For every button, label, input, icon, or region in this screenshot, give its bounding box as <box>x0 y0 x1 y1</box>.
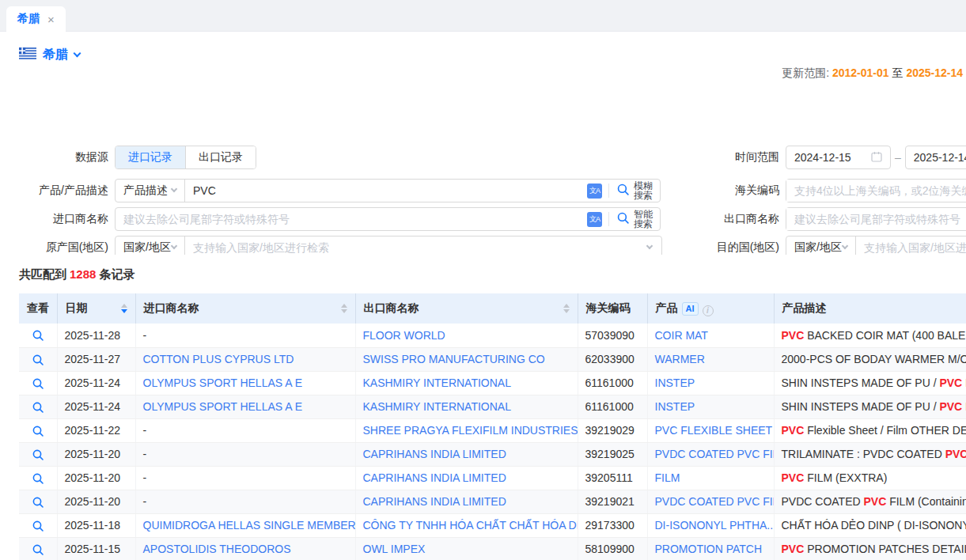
import-records-button[interactable]: 进口记录 <box>116 146 185 168</box>
cell-description: SHIN INSTEPS MADE OF PU / PVC M... <box>774 371 966 395</box>
translate-icon[interactable]: 文A <box>587 212 602 227</box>
view-record-button[interactable] <box>32 329 44 342</box>
product-search-input[interactable] <box>185 180 587 202</box>
data-source-label: 数据源 <box>0 150 108 165</box>
table-row: 2025-11-20-CAPRIHANS INDIA LIMITED392190… <box>19 442 966 466</box>
importer-link[interactable]: OLYMPUS SPORT HELLAS A E <box>143 376 303 389</box>
importer-link[interactable]: COTTON PLUS CYPRUS LTD <box>143 353 294 365</box>
product-link[interactable]: PVDC COATED PVC FIL... <box>655 495 775 508</box>
importer-input-group: 文A 智能搜索 <box>115 207 661 231</box>
date-end-input[interactable]: 2025-12-14 <box>905 146 966 169</box>
cell-exporter: KASHMIRY INTERNATIONAL <box>355 395 578 418</box>
close-icon[interactable]: × <box>47 13 55 25</box>
cell-importer: APOSTOLIDIS THEODOROS <box>135 537 355 560</box>
table-row: 2025-11-24OLYMPUS SPORT HELLAS A EKASHMI… <box>19 395 966 418</box>
chevron-down-icon <box>171 243 177 249</box>
view-record-button[interactable] <box>32 543 44 556</box>
description-text: FILM (Containin... <box>886 495 966 508</box>
chevron-down-icon <box>171 186 177 192</box>
summary-prefix: 共匹配到 <box>19 267 66 281</box>
product-link[interactable]: COIR MAT <box>655 329 708 342</box>
cell-exporter: CAPRIHANS INDIA LIMITED <box>355 490 578 513</box>
export-records-button[interactable]: 出口记录 <box>185 146 256 168</box>
search-icon <box>616 183 630 199</box>
product-link[interactable]: INSTEP <box>655 400 695 413</box>
origin-country-select-value: 国家/地区 <box>123 240 171 255</box>
exporter-link[interactable]: SHREE PRAGYA FLEXIFILM INDUSTRIES <box>363 424 578 437</box>
cell-exporter: FLOOR WORLD <box>355 324 578 347</box>
cell-view <box>19 537 57 560</box>
cell-hs-code: 29173300 <box>578 513 647 537</box>
column-date: 日期 <box>57 293 135 324</box>
cell-view <box>19 324 57 347</box>
view-record-button[interactable] <box>32 520 44 532</box>
product-link[interactable]: FILM <box>655 471 680 484</box>
date-sorter[interactable] <box>115 304 127 313</box>
hs-code-input[interactable] <box>786 180 966 202</box>
exporter-link[interactable]: SWISS PRO MANUFACTURING CO <box>363 353 545 365</box>
exporter-link[interactable]: FLOOR WORLD <box>363 329 445 342</box>
cell-hs-code: 39205111 <box>578 466 647 490</box>
cell-product: INSTEP <box>647 371 774 395</box>
view-record-button[interactable] <box>32 425 44 437</box>
importer-link[interactable]: OLYMPUS SPORT HELLAS A E <box>143 400 303 413</box>
exporter-link[interactable]: CAPRIHANS INDIA LIMITED <box>363 471 506 484</box>
cell-product: PVC FLEXIBLE SHEET F... <box>647 418 774 442</box>
product-link[interactable]: WARMER <box>655 353 705 365</box>
tab-greece[interactable]: 希腊 × <box>6 6 66 32</box>
dest-country-label: 目的国(地区) <box>676 240 779 255</box>
importer-search-input[interactable] <box>116 208 587 230</box>
description-text: FILM (EXXTRA) <box>804 471 887 484</box>
view-record-button[interactable] <box>32 472 44 485</box>
view-record-button[interactable] <box>32 354 44 366</box>
exporter-sorter[interactable] <box>557 304 570 313</box>
table-header-row: 查看 日期 进口商名称 出 <box>19 293 966 324</box>
importer-link[interactable]: APOSTOLIDIS THEODOROS <box>143 543 291 555</box>
exporter-link[interactable]: CÔNG TY TNHH HÓA CHẤT CHẤT HÓA DẺ... <box>363 519 578 532</box>
exporter-link[interactable]: OWL IMPEX <box>363 543 426 555</box>
product-link[interactable]: PVDC COATED PVC FIL... <box>655 448 775 460</box>
view-record-button[interactable] <box>32 401 44 414</box>
keyword-highlight: PVC <box>939 376 962 389</box>
exporter-link[interactable]: CAPRIHANS INDIA LIMITED <box>363 495 506 508</box>
view-record-button[interactable] <box>32 496 44 509</box>
exporter-link[interactable]: KASHMIRY INTERNATIONAL <box>363 376 511 389</box>
sort-desc-icon <box>563 309 570 313</box>
description-text: PVDC COATED <box>782 495 864 508</box>
smart-search-button[interactable]: 智能搜索 <box>609 208 660 230</box>
chevron-down-icon[interactable] <box>74 49 81 57</box>
exporter-link[interactable]: CAPRIHANS INDIA LIMITED <box>363 448 506 460</box>
column-importer: 进口商名称 <box>135 293 355 324</box>
view-record-button[interactable] <box>32 377 44 390</box>
exporter-search-input[interactable] <box>786 208 966 230</box>
importer-sorter[interactable] <box>335 304 347 313</box>
cell-product: INSTEP <box>647 395 774 418</box>
cell-view <box>19 371 57 395</box>
page-title: 希腊 <box>43 47 68 63</box>
column-product: 产品AIi <box>647 293 774 324</box>
cell-hs-code: 57039090 <box>578 324 647 347</box>
product-input-group: 产品描述 文A 模糊搜索 <box>115 179 661 202</box>
calendar-icon[interactable] <box>871 151 882 165</box>
product-link[interactable]: INSTEP <box>655 376 695 389</box>
translate-icon[interactable]: 文A <box>587 184 602 199</box>
cell-exporter: CAPRIHANS INDIA LIMITED <box>355 442 578 466</box>
date-range-dash: – <box>895 151 901 164</box>
cell-view <box>19 442 57 466</box>
cell-importer: - <box>135 324 355 347</box>
info-icon[interactable]: i <box>703 305 714 316</box>
product-link[interactable]: DI-ISONONYL PHTHA... <box>655 519 775 532</box>
cell-exporter: KASHMIRY INTERNATIONAL <box>355 371 578 395</box>
fuzzy-search-button[interactable]: 模糊搜索 <box>609 180 660 202</box>
exporter-link[interactable]: KASHMIRY INTERNATIONAL <box>363 400 511 413</box>
cell-importer: - <box>135 418 355 442</box>
product-type-select[interactable]: 产品描述 <box>116 180 185 202</box>
date-start-input[interactable]: 2024-12-15 <box>786 146 891 169</box>
product-link[interactable]: PVC FLEXIBLE SHEET F... <box>655 424 775 437</box>
view-record-button[interactable] <box>32 448 44 461</box>
importer-link[interactable]: QUIMIDROGA HELLAS SINGLE MEMBER PC <box>143 519 356 532</box>
cell-product: DI-ISONONYL PHTHA... <box>647 513 774 537</box>
product-link[interactable]: PROMOTION PATCH <box>655 543 763 555</box>
cell-importer: OLYMPUS SPORT HELLAS A E <box>135 395 355 418</box>
cell-description: TRILAMINATE : PVDC COATED PVC F... <box>774 442 966 466</box>
